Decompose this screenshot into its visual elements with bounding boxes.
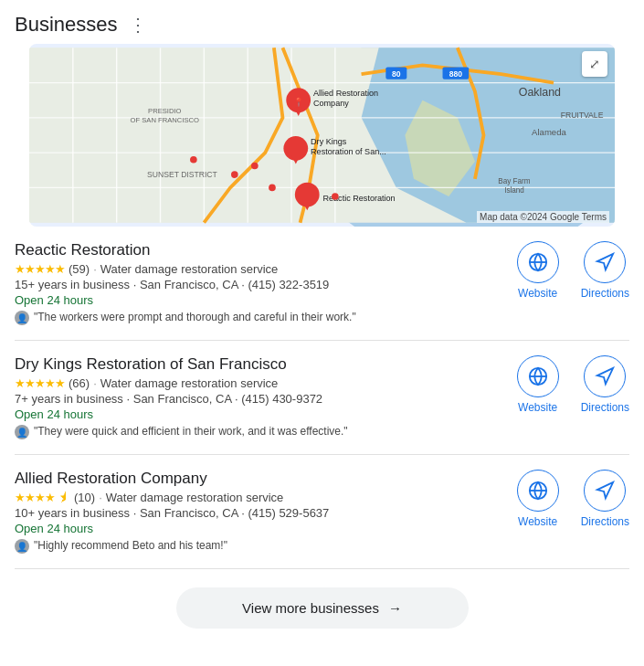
website-button-0[interactable]: Website xyxy=(517,241,559,300)
map-wrapper: 80 880 SUNSET DISTRICT PRESIDIO OF SAN F… xyxy=(0,44,644,227)
service-type-0: Water damage restoration service xyxy=(100,262,279,276)
map-svg: 80 880 SUNSET DISTRICT PRESIDIO OF SAN F… xyxy=(29,44,615,227)
svg-point-43 xyxy=(332,193,339,200)
service-type-1: Water damage restoration service xyxy=(100,376,279,390)
directions-label-0: Directions xyxy=(581,287,629,300)
business-review-2: 👤 "Highly recommend Beto and his team!" xyxy=(15,539,506,554)
business-meta-2: 10+ years in business · San Francisco, C… xyxy=(15,506,506,520)
business-name-2[interactable]: Allied Restoration Company xyxy=(15,470,506,488)
business-hours-1: Open 24 hours xyxy=(15,407,506,421)
website-button-2[interactable]: Website xyxy=(517,470,559,528)
website-label-2: Website xyxy=(518,515,557,528)
directions-label-2: Directions xyxy=(581,515,629,528)
svg-text:Company: Company xyxy=(313,99,349,108)
panel-title: Businesses xyxy=(15,13,118,37)
map-expand-button[interactable]: ⤢ xyxy=(582,51,607,77)
view-more-button[interactable]: View more businesses → xyxy=(176,587,469,629)
view-more-arrow: → xyxy=(388,600,402,616)
directions-icon-2 xyxy=(584,470,626,512)
panel-header: Businesses ⋮ xyxy=(0,0,644,44)
directions-button-2[interactable]: Directions xyxy=(581,470,629,528)
business-item-2: Allied Restoration Company ★★★★ ⯨ (10) ·… xyxy=(15,455,629,569)
directions-button-0[interactable]: Directions xyxy=(581,241,629,300)
review-text-2: "Highly recommend Beto and his team!" xyxy=(34,539,227,552)
svg-text:OF SAN FRANCISCO: OF SAN FRANCISCO xyxy=(131,116,200,124)
svg-text:Island: Island xyxy=(504,186,524,195)
map-attribution: Map data ©2024 Google Terms xyxy=(477,211,609,223)
review-count-1: (66) xyxy=(69,376,90,390)
businesses-list: Reactic Restoration ★★★★★ (59) · Water d… xyxy=(0,227,644,569)
svg-point-40 xyxy=(231,171,238,178)
business-hours-0: Open 24 hours xyxy=(15,293,506,307)
website-label-0: Website xyxy=(518,287,557,300)
stars-2: ★★★★ xyxy=(15,491,55,504)
review-count-2: (10) xyxy=(74,491,95,504)
business-rating-row-0: ★★★★★ (59) · Water damage restoration se… xyxy=(15,262,506,276)
businesses-panel: Businesses ⋮ xyxy=(0,0,644,650)
svg-marker-46 xyxy=(597,254,613,270)
map-container[interactable]: 80 880 SUNSET DISTRICT PRESIDIO OF SAN F… xyxy=(29,44,615,227)
svg-point-42 xyxy=(269,185,276,192)
review-count-0: (59) xyxy=(69,262,90,276)
business-info-0: Reactic Restoration ★★★★★ (59) · Water d… xyxy=(15,241,506,325)
business-info-1: Dry Kings Restoration of San Francisco ★… xyxy=(15,355,506,439)
website-icon-2 xyxy=(517,470,559,512)
svg-text:SUNSET DISTRICT: SUNSET DISTRICT xyxy=(147,170,218,179)
view-more-section: View more businesses → xyxy=(0,569,644,650)
business-name-0[interactable]: Reactic Restoration xyxy=(15,241,506,259)
directions-label-1: Directions xyxy=(581,401,629,414)
svg-text:Allied Restoration: Allied Restoration xyxy=(313,89,378,98)
svg-text:Oakland: Oakland xyxy=(519,86,561,99)
review-avatar-1: 👤 xyxy=(15,425,29,439)
review-avatar-0: 👤 xyxy=(15,311,29,325)
business-name-1[interactable]: Dry Kings Restoration of San Francisco xyxy=(15,355,506,374)
directions-icon-0 xyxy=(584,241,626,283)
action-buttons-0: Website Directions xyxy=(517,241,629,300)
svg-text:📍: 📍 xyxy=(293,97,304,108)
svg-text:FRUITVALE: FRUITVALE xyxy=(561,111,604,120)
svg-marker-49 xyxy=(597,368,613,384)
business-item-0: Reactic Restoration ★★★★★ (59) · Water d… xyxy=(15,227,629,341)
directions-button-1[interactable]: Directions xyxy=(581,355,629,414)
review-text-1: "They were quick and efficient in their … xyxy=(34,425,348,438)
website-icon-0 xyxy=(517,241,559,283)
service-type-2: Water damage restoration service xyxy=(106,491,284,504)
svg-text:Alameda: Alameda xyxy=(532,127,566,137)
svg-text:PRESIDIO: PRESIDIO xyxy=(148,107,182,115)
business-item-1: Dry Kings Restoration of San Francisco ★… xyxy=(15,341,629,455)
website-button-1[interactable]: Website xyxy=(517,355,559,414)
svg-point-39 xyxy=(190,156,197,164)
business-review-1: 👤 "They were quick and efficient in thei… xyxy=(15,425,506,439)
business-hours-2: Open 24 hours xyxy=(15,522,506,535)
business-rating-row-2: ★★★★ ⯨ (10) · Water damage restoration s… xyxy=(15,491,506,504)
svg-point-41 xyxy=(251,163,259,170)
view-more-label: View more businesses xyxy=(242,600,379,616)
action-buttons-1: Website Directions xyxy=(517,355,629,414)
stars-0: ★★★★★ xyxy=(15,262,65,276)
review-text-0: "The workers were prompt and thorough an… xyxy=(34,311,356,323)
website-label-1: Website xyxy=(518,401,557,414)
svg-text:880: 880 xyxy=(449,69,463,79)
svg-marker-52 xyxy=(597,482,613,498)
business-review-0: 👤 "The workers were prompt and thorough … xyxy=(15,311,506,325)
business-meta-0: 15+ years in business · San Francisco, C… xyxy=(15,278,506,291)
svg-text:Bay Farm: Bay Farm xyxy=(498,177,530,185)
more-options-icon[interactable]: ⋮ xyxy=(129,14,147,36)
svg-text:Dry Kings: Dry Kings xyxy=(311,137,347,146)
business-info-2: Allied Restoration Company ★★★★ ⯨ (10) ·… xyxy=(15,470,506,554)
action-buttons-2: Website Directions xyxy=(517,470,629,528)
business-rating-row-1: ★★★★★ (66) · Water damage restoration se… xyxy=(15,376,506,390)
review-avatar-2: 👤 xyxy=(15,539,29,554)
svg-text:80: 80 xyxy=(392,69,401,79)
website-icon-1 xyxy=(517,355,559,397)
directions-icon-1 xyxy=(584,355,626,397)
svg-text:Restoration of San...: Restoration of San... xyxy=(311,147,386,156)
business-meta-1: 7+ years in business · San Francisco, CA… xyxy=(15,392,506,406)
stars-1: ★★★★★ xyxy=(15,376,65,390)
